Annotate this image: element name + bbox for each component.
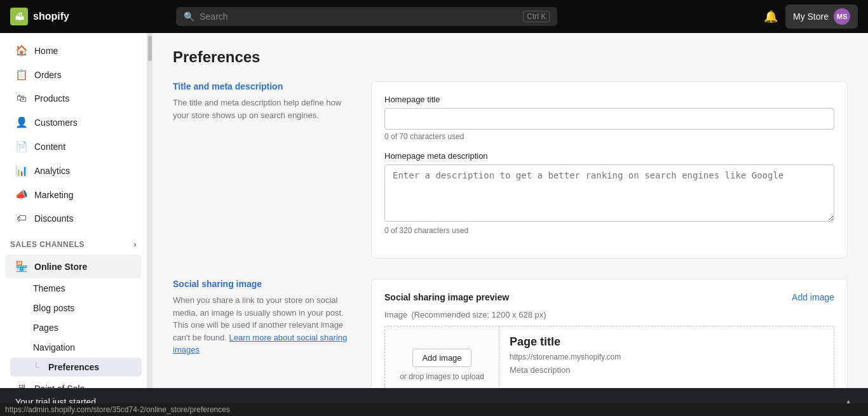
topnav-right: 🔔 My Store MS [764,4,858,29]
title-meta-right: Homepage title 0 of 70 characters used H… [371,81,848,258]
title-meta-section: Title and meta description The title and… [173,81,848,258]
sidebar-subitem-blog-posts[interactable]: Blog posts [10,299,142,318]
main-content: Preferences Title and meta description T… [153,33,868,416]
homepage-meta-hint: 0 of 320 characters used [384,226,834,235]
avatar: MS [834,8,850,25]
social-card-header: Social sharing image preview Add image [384,292,834,302]
recommended-size: (Recommended size: 1200 x 628 px) [411,310,546,319]
app-layout: 🏠 Home 📋 Orders 🛍 Products 👤 Customers 📄… [0,33,868,416]
sidebar-label-products: Products [34,93,69,104]
add-image-button[interactable]: Add image [412,349,471,367]
sidebar-label-analytics: Analytics [34,166,70,176]
page-title: Preferences [173,48,848,66]
title-meta-heading: Title and meta description [173,81,351,91]
topnav: shopify 🔍 Ctrl K 🔔 My Store MS [0,0,868,33]
sidebar-subitem-label-blog-posts: Blog posts [33,303,74,313]
preview-url: https://storename.myshopify.com [510,352,824,361]
shopify-logo[interactable]: shopify [10,8,69,25]
connector-icon: └ [33,362,39,372]
sidebar-label-online-store: Online Store [34,262,87,272]
sidebar-label-orders: Orders [34,70,62,80]
sidebar-label-marketing: Marketing [34,190,73,200]
sidebar-label-customers: Customers [34,117,78,128]
search-kbd: Ctrl K [523,11,550,22]
homepage-title-label: Homepage title [384,95,834,104]
status-url: https://admin.shopify.com/store/35cd74-2… [5,405,230,414]
orders-icon: 📋 [15,69,28,81]
sales-channels-header: Sales channels › [0,235,147,254]
sidebar-item-discounts[interactable]: 🏷 Discounts [5,207,142,230]
sidebar-subitem-navigation[interactable]: Navigation [10,338,142,357]
store-menu-button[interactable]: My Store MS [785,4,858,29]
sidebar-item-content[interactable]: 📄 Content [5,135,142,158]
sidebar-item-analytics[interactable]: 📊 Analytics [5,159,142,182]
online-store-subitems: Themes Blog posts Pages Navigation └ Pre… [0,279,147,377]
sidebar-item-home[interactable]: 🏠 Home [5,39,142,62]
sidebar-item-marketing[interactable]: 📣 Marketing [5,183,142,206]
online-store-icon: 🏪 [15,260,28,272]
sidebar-subitem-label-themes: Themes [33,283,65,293]
social-heading: Social sharing image [173,279,351,289]
search-bar[interactable]: 🔍 Ctrl K [176,7,557,26]
logo-text: shopify [33,11,69,22]
title-meta-left: Title and meta description The title and… [173,81,351,258]
status-bar: https://admin.shopify.com/store/35cd74-2… [0,403,868,416]
title-meta-description: The title and meta description help defi… [173,97,351,121]
sidebar-item-orders[interactable]: 📋 Orders [5,63,142,86]
sidebar-item-online-store[interactable]: 🏪 Online Store [5,255,142,278]
preview-meta: Meta description [510,365,824,375]
homepage-title-group: Homepage title 0 of 70 characters used [384,95,834,141]
image-label: Image [384,310,407,319]
homepage-meta-input[interactable] [384,164,834,222]
preview-page-title: Page title [510,335,824,349]
sidebar-scrollbar[interactable] [147,33,153,416]
drop-hint: or drop images to upload [400,372,484,381]
discounts-icon: 🏷 [15,213,28,224]
sidebar-label-discounts: Discounts [34,213,73,224]
image-info-row: Image (Recommended size: 1200 x 628 px) [384,310,834,319]
homepage-title-input[interactable] [384,108,834,130]
sidebar-label-content: Content [34,142,65,152]
social-learn-more-link[interactable]: Learn more about social sharing images [173,333,347,355]
products-icon: 🛍 [15,93,28,104]
social-card-title: Social sharing image preview [384,292,509,302]
homepage-meta-group: Homepage meta description 0 of 320 chara… [384,151,834,235]
analytics-icon: 📊 [15,164,28,177]
sidebar-subitem-preferences[interactable]: └ Preferences [10,358,142,377]
social-description: When you share a link to your store on s… [173,294,351,356]
sidebar-item-products[interactable]: 🛍 Products [5,87,142,110]
sidebar-subitem-themes[interactable]: Themes [10,279,142,298]
sidebar-label-home: Home [34,46,58,56]
sidebar-scroll-thumb[interactable] [148,36,152,61]
title-meta-card: Homepage title 0 of 70 characters used H… [371,81,848,258]
content-icon: 📄 [15,140,28,152]
chevron-right-icon: › [134,240,137,249]
sidebar-subitem-label-navigation: Navigation [33,342,75,352]
homepage-title-hint: 0 of 70 characters used [384,132,834,141]
add-image-header-link[interactable]: Add image [792,292,834,302]
notifications-button[interactable]: 🔔 [764,10,778,23]
sidebar-subitem-label-pages: Pages [33,323,58,333]
search-icon: 🔍 [184,11,194,22]
homepage-meta-label: Homepage meta description [384,151,834,161]
sidebar: 🏠 Home 📋 Orders 🛍 Products 👤 Customers 📄… [0,33,147,416]
sidebar-item-customers[interactable]: 👤 Customers [5,111,142,134]
store-name: My Store [793,11,829,22]
marketing-icon: 📣 [15,189,28,201]
sidebar-subitem-pages[interactable]: Pages [10,318,142,337]
sidebar-subitem-label-preferences: Preferences [48,362,99,372]
customers-icon: 👤 [15,116,28,128]
home-icon: 🏠 [15,44,28,57]
search-input[interactable] [200,11,518,22]
